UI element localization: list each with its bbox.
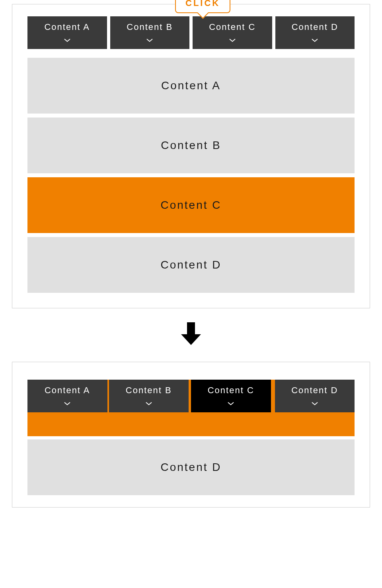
tab-row-after: Content A Content B Content C Content D (27, 380, 355, 412)
svg-marker-1 (181, 334, 201, 345)
after-state-panel: Content A Content B Content C Content D (12, 362, 370, 508)
content-block-label: Content A (161, 79, 221, 92)
chevron-down-icon (112, 35, 188, 45)
tab-label: Content B (127, 22, 173, 32)
content-block-label: Content D (160, 259, 221, 271)
click-callout-label: CLICK (185, 0, 220, 8)
tab-label: Content C (208, 385, 254, 395)
content-block-d[interactable]: Content D (27, 439, 355, 495)
tab-content-a[interactable]: Content A (27, 16, 107, 49)
click-callout: CLICK (175, 0, 230, 13)
tab-row-before: Content A Content B Content C Content D (27, 16, 355, 49)
content-block-label: Content B (161, 139, 221, 151)
tab-label: Content C (209, 22, 255, 32)
tab-content-c-active[interactable]: Content C (189, 380, 273, 412)
svg-rect-0 (187, 322, 195, 334)
chevron-down-icon (277, 35, 353, 45)
tab-content-d[interactable]: Content D (275, 16, 355, 49)
tab-content-a[interactable]: Content A (27, 380, 107, 412)
chevron-down-icon (193, 398, 269, 408)
chevron-down-icon (277, 398, 353, 408)
tab-content-b[interactable]: Content B (107, 380, 189, 412)
arrow-down-icon (0, 320, 382, 350)
tab-label: Content A (44, 22, 90, 32)
content-block-d[interactable]: Content D (27, 237, 355, 293)
content-block-label: Content D (160, 461, 221, 473)
chevron-down-icon (111, 398, 187, 408)
chevron-down-icon (29, 398, 106, 408)
active-content-strip (27, 412, 355, 436)
tab-label: Content B (126, 385, 172, 395)
tab-label: Content A (45, 385, 90, 395)
chevron-down-icon (29, 35, 105, 45)
content-block-c[interactable]: Content C (27, 177, 355, 233)
tab-label: Content D (291, 385, 338, 395)
chevron-down-icon (194, 35, 271, 45)
tab-content-c[interactable]: Content C (193, 16, 272, 49)
tab-content-b[interactable]: Content B (110, 16, 190, 49)
content-block-label: Content C (160, 199, 221, 211)
content-block-b[interactable]: Content B (27, 118, 355, 173)
tab-label: Content D (292, 22, 338, 32)
tab-content-d[interactable]: Content D (273, 380, 355, 412)
content-block-a[interactable]: Content A (27, 58, 355, 114)
before-state-panel: CLICK Content A Content B Content C Cont… (12, 4, 370, 308)
